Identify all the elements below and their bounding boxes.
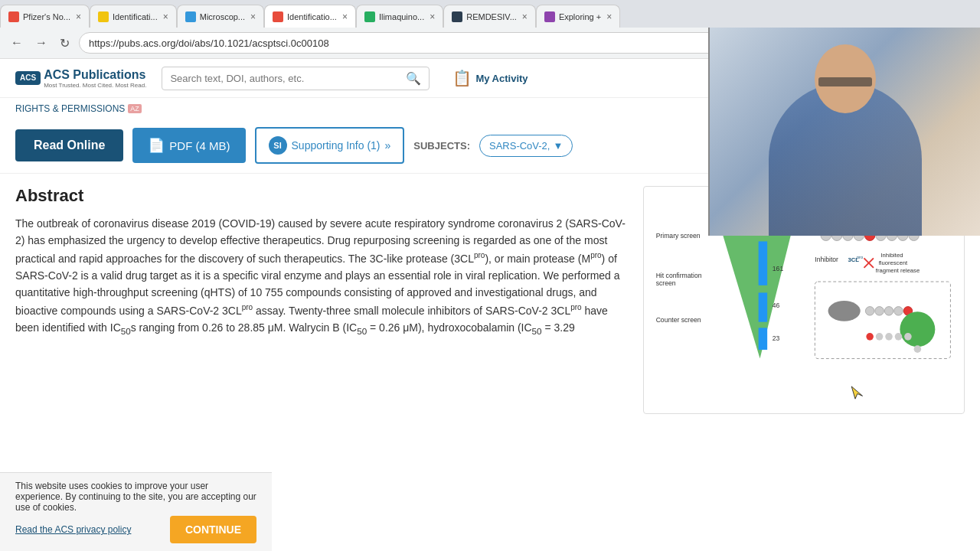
- subjects-label: SUBJECTS:: [413, 140, 470, 152]
- svg-point-48: [904, 333, 912, 341]
- svg-point-45: [876, 333, 884, 341]
- chevron-down-icon: ▼: [553, 140, 563, 152]
- si-label: Supporting Info (1): [292, 139, 381, 152]
- svg-text:Hit confirmation: Hit confirmation: [656, 272, 702, 279]
- refresh-button[interactable]: ↻: [57, 33, 73, 54]
- webcam-feed: [710, 28, 980, 236]
- tab-pfizer[interactable]: Pfizer's No... ×: [0, 5, 90, 28]
- search-icon[interactable]: 🔍: [406, 71, 421, 86]
- my-activity-label: My Activity: [475, 73, 528, 84]
- tab-favicon: [364, 11, 375, 22]
- tab-close-icon[interactable]: ×: [76, 11, 81, 22]
- tab-close-icon[interactable]: ×: [250, 11, 256, 22]
- svg-text:pro: pro: [857, 255, 863, 259]
- tab-favicon: [273, 11, 283, 22]
- svg-text:46: 46: [773, 302, 780, 309]
- svg-text:screen: screen: [656, 279, 676, 287]
- rights-badge: AZ: [128, 104, 142, 113]
- tab-favicon: [544, 11, 555, 22]
- cookie-banner: This website uses cookies to improve you…: [0, 472, 272, 551]
- svg-text:Primary screen: Primary screen: [656, 232, 701, 240]
- tab-identification1[interactable]: Identificati... ×: [90, 5, 177, 28]
- my-activity-button[interactable]: 📋 My Activity: [445, 65, 535, 91]
- tab-label: Microscop...: [200, 12, 245, 21]
- svg-point-46: [885, 333, 893, 341]
- webcam-overlay: [708, 28, 980, 236]
- tab-close-icon[interactable]: ×: [342, 11, 348, 22]
- privacy-policy-link[interactable]: Read the ACS privacy policy: [15, 524, 131, 535]
- svg-text:Inhibited: Inhibited: [881, 252, 903, 259]
- svg-point-40: [884, 307, 893, 315]
- svg-rect-2: [759, 241, 767, 285]
- abstract-title: Abstract: [15, 186, 628, 206]
- pdf-label: PDF (4 MB): [169, 139, 230, 152]
- tab-ilimaquino[interactable]: Ilimaquino... ×: [356, 5, 443, 28]
- svg-rect-4: [759, 328, 767, 350]
- cookie-text: This website uses cookies to improve you…: [15, 481, 256, 513]
- svg-point-41: [894, 307, 903, 315]
- tab-remdesiv[interactable]: REMDESIV... ×: [443, 5, 536, 28]
- si-arrow-icon: »: [385, 139, 391, 152]
- pdf-icon: 📄: [148, 137, 165, 154]
- abstract-body: The outbreak of coronavirus disease 2019…: [15, 215, 628, 338]
- svg-text:fragment release: fragment release: [876, 267, 920, 274]
- tab-favicon: [452, 11, 462, 22]
- supporting-info-button[interactable]: SI Supporting Info (1) »: [255, 127, 405, 164]
- svg-text:Inhibitor: Inhibitor: [815, 256, 838, 263]
- search-input[interactable]: [170, 73, 406, 84]
- tab-label: Identificati...: [113, 12, 158, 21]
- activity-icon: 📋: [452, 69, 472, 87]
- svg-point-43: [900, 311, 935, 347]
- tab-label: Ilimaquino...: [379, 12, 424, 21]
- cookie-message: This website uses cookies to improve you…: [15, 481, 256, 513]
- svg-text:Counter screen: Counter screen: [656, 316, 701, 324]
- tab-identification2[interactable]: Identificatio... ×: [264, 5, 356, 28]
- svg-point-47: [895, 333, 903, 341]
- svg-text:fluorescent: fluorescent: [879, 259, 908, 266]
- si-badge: SI: [269, 136, 287, 155]
- tab-favicon: [98, 11, 109, 22]
- tab-favicon: [185, 11, 196, 22]
- search-bar[interactable]: 🔍: [162, 67, 430, 90]
- tab-label: Pfizer's No...: [23, 12, 70, 21]
- tab-close-icon[interactable]: ×: [163, 11, 168, 22]
- rights-permissions-link[interactable]: RIGHTS & PERMISSIONS AZ: [15, 103, 142, 114]
- tab-exploring[interactable]: Exploring + ×: [536, 5, 620, 28]
- svg-text:23: 23: [773, 334, 780, 342]
- svg-text:161: 161: [773, 265, 784, 272]
- tab-label: REMDESIV...: [466, 12, 517, 21]
- acs-logo: ACS ACS Publications Most Trusted. Most …: [15, 68, 146, 89]
- tab-label: Exploring +: [559, 12, 601, 21]
- subject-tag[interactable]: SARS-CoV-2, ▼: [479, 135, 573, 157]
- tab-close-icon[interactable]: ×: [430, 11, 435, 22]
- svg-point-37: [828, 301, 861, 321]
- tab-microscopy[interactable]: Microscop... ×: [177, 5, 264, 28]
- pdf-button[interactable]: 📄 PDF (4 MB): [132, 128, 245, 163]
- acs-logo-text: ACS Publications: [44, 68, 146, 82]
- forward-button[interactable]: →: [32, 33, 51, 53]
- subject-tag-label: SARS-CoV-2,: [489, 140, 550, 152]
- svg-point-38: [865, 307, 874, 315]
- svg-point-49: [914, 345, 922, 353]
- svg-point-44: [866, 333, 874, 341]
- tab-label: Identificatio...: [287, 12, 337, 21]
- continue-button[interactable]: CONTINUE: [170, 516, 256, 543]
- abstract-text: Abstract The outbreak of coronavirus dis…: [15, 186, 628, 414]
- back-button[interactable]: ←: [8, 33, 26, 53]
- svg-rect-3: [759, 292, 767, 321]
- tab-favicon: [8, 11, 19, 22]
- tabs-bar: Pfizer's No... × Identificati... × Micro…: [0, 0, 980, 28]
- tab-close-icon[interactable]: ×: [522, 11, 528, 22]
- tab-close-icon[interactable]: ×: [606, 11, 612, 22]
- rights-text: RIGHTS & PERMISSIONS: [15, 103, 125, 114]
- acs-logo-sub: Most Trusted. Most Cited. Most Read.: [44, 82, 146, 89]
- svg-point-39: [875, 307, 884, 315]
- read-online-button[interactable]: Read Online: [15, 129, 123, 161]
